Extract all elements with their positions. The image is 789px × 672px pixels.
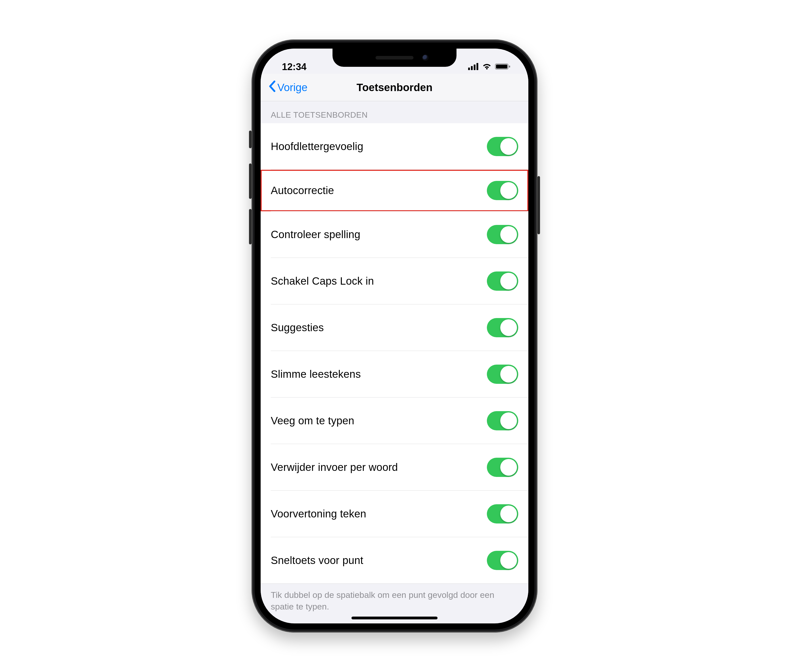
settings-row: Controleer spelling: [260, 211, 529, 258]
back-label: Vorige: [277, 81, 307, 94]
toggle-switch[interactable]: [487, 504, 518, 524]
settings-row-label: Autocorrectie: [271, 184, 334, 196]
settings-row: Sneltoets voor punt: [260, 537, 529, 584]
toggle-switch[interactable]: [487, 225, 518, 244]
nav-title: Toetsenborden: [356, 81, 433, 94]
status-time: 12:34: [275, 61, 307, 72]
settings-row-label: Schakel Caps Lock in: [271, 275, 374, 287]
nav-bar: Vorige Toetsenborden: [260, 74, 529, 101]
settings-content[interactable]: ALLE TOETSENBORDEN HoofdlettergevoeligAu…: [260, 101, 529, 623]
settings-row: Autocorrectie: [260, 170, 529, 211]
svg-rect-0: [468, 67, 470, 70]
volume-down-button: [249, 209, 252, 244]
volume-up-button: [249, 163, 252, 199]
settings-row-label: Hoofdlettergevoelig: [271, 140, 363, 153]
power-button: [537, 176, 540, 234]
toggle-switch[interactable]: [487, 318, 518, 337]
settings-group: HoofdlettergevoeligAutocorrectieControle…: [260, 123, 529, 584]
svg-rect-5: [496, 64, 507, 69]
section-header: ALLE TOETSENBORDEN: [260, 101, 529, 123]
settings-row: Veeg om te typen: [260, 397, 529, 444]
settings-row: Hoofdlettergevoelig: [260, 123, 529, 170]
front-camera: [422, 54, 429, 61]
settings-row: Slimme leestekens: [260, 351, 529, 397]
phone-frame: 12:34: [252, 40, 537, 632]
screen: 12:34: [260, 49, 529, 623]
svg-rect-1: [471, 66, 473, 70]
toggle-switch[interactable]: [487, 365, 518, 384]
toggle-switch[interactable]: [487, 181, 518, 200]
mute-switch: [249, 131, 252, 148]
settings-row: Suggesties: [260, 304, 529, 351]
cellular-icon: [468, 61, 479, 72]
toggle-switch[interactable]: [487, 411, 518, 430]
svg-rect-6: [509, 65, 510, 67]
toggle-switch[interactable]: [487, 137, 518, 156]
settings-row: Schakel Caps Lock in: [260, 258, 529, 304]
svg-rect-2: [474, 64, 476, 70]
speaker-grille: [375, 56, 414, 59]
toggle-switch[interactable]: [487, 458, 518, 477]
settings-row-label: Controleer spelling: [271, 228, 360, 241]
back-button[interactable]: Vorige: [264, 74, 311, 101]
settings-row-label: Verwijder invoer per woord: [271, 461, 398, 473]
settings-row: Verwijder invoer per woord: [260, 444, 529, 491]
toggle-switch[interactable]: [487, 551, 518, 570]
notch: [332, 49, 457, 67]
settings-row-label: Voorvertoning teken: [271, 508, 366, 520]
settings-row-label: Slimme leestekens: [271, 368, 361, 380]
settings-row: Voorvertoning teken: [260, 491, 529, 537]
home-indicator[interactable]: [351, 616, 438, 619]
toggle-switch[interactable]: [487, 271, 518, 291]
chevron-left-icon: [268, 80, 276, 95]
svg-rect-3: [476, 63, 478, 70]
settings-row-label: Suggesties: [271, 322, 324, 334]
settings-row-label: Sneltoets voor punt: [271, 554, 363, 567]
settings-row-label: Veeg om te typen: [271, 415, 354, 427]
battery-icon: [495, 61, 511, 72]
wifi-icon: [482, 61, 492, 72]
